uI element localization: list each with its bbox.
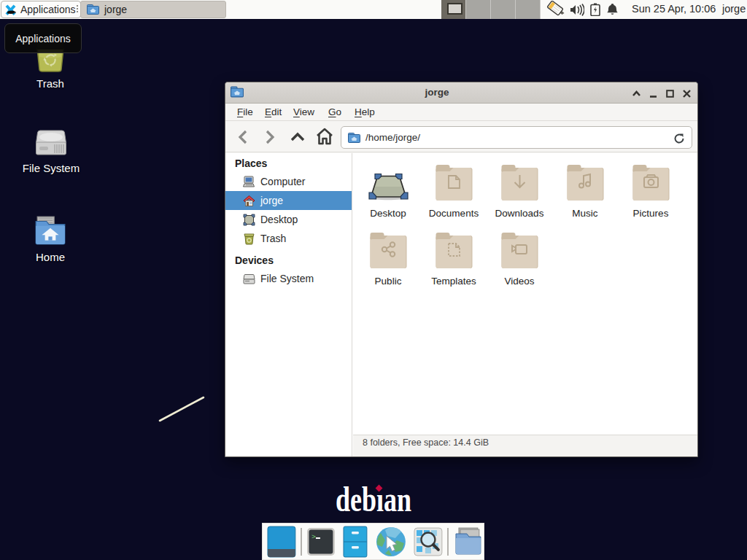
svg-text:>: > — [311, 533, 316, 541]
